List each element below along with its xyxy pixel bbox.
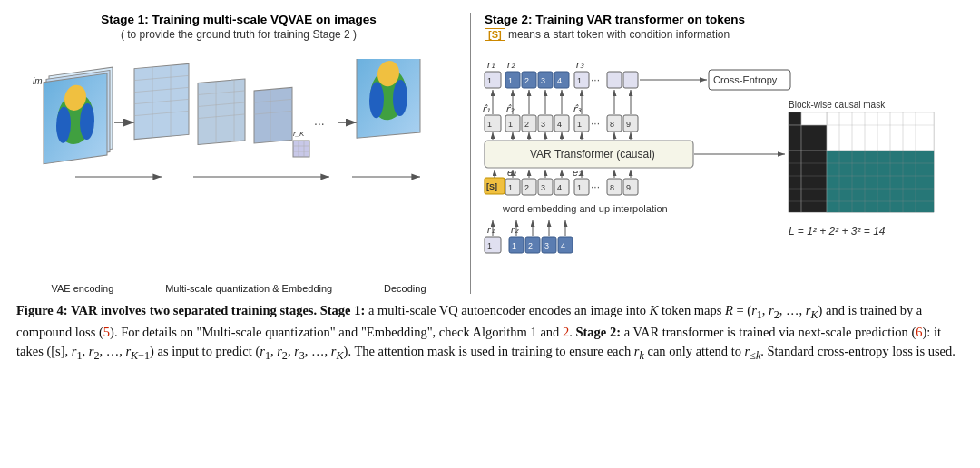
stage2-title: Stage 2: Training VAR transformer on tok… <box>485 13 980 26</box>
svg-text:···: ··· <box>314 116 325 131</box>
svg-text:e₁: e₁ <box>507 167 516 178</box>
svg-text:4: 4 <box>557 120 562 129</box>
svg-text:8: 8 <box>610 183 614 192</box>
svg-text:3: 3 <box>541 76 545 85</box>
svg-text:e₂: e₂ <box>573 167 583 178</box>
svg-text:3: 3 <box>541 183 545 192</box>
svg-rect-164 <box>827 151 934 212</box>
svg-rect-158 <box>801 125 827 151</box>
svg-text:3: 3 <box>544 241 549 250</box>
svg-rect-65 <box>607 72 622 88</box>
svg-text:im: im <box>33 76 43 86</box>
svg-text:4: 4 <box>557 76 562 85</box>
svg-text:r₁: r₁ <box>487 224 495 235</box>
svg-text:8: 8 <box>610 120 614 129</box>
svg-rect-157 <box>789 125 801 151</box>
svg-text:1: 1 <box>577 120 582 129</box>
label-quantize: Multi-scale quantization & Embedding <box>165 283 332 294</box>
svg-text:···: ··· <box>591 73 600 86</box>
svg-text:r₂: r₂ <box>507 59 515 70</box>
svg-rect-25 <box>254 87 292 143</box>
caption-prefix: Figure 4: <box>16 303 71 317</box>
stage-left: Stage 1: Training multi-scale VQVAE on i… <box>16 13 471 294</box>
stage2-subtitle-text: means a start token with condition infor… <box>508 28 730 41</box>
svg-rect-156 <box>789 112 801 125</box>
svg-text:r̂₁: r̂₁ <box>482 103 490 114</box>
svg-text:r_K: r_K <box>293 130 305 138</box>
svg-text:L = 1² + 2² + 3² = 14: L = 1² + 2² + 3² = 14 <box>789 225 886 238</box>
svg-text:1: 1 <box>487 241 492 250</box>
svg-rect-66 <box>623 72 638 88</box>
svg-text:1: 1 <box>577 76 582 85</box>
svg-text:2: 2 <box>524 183 529 192</box>
figure-caption: Figure 4: VAR involves two separated tra… <box>16 301 964 365</box>
svg-text:1: 1 <box>487 120 492 129</box>
svg-text:[S]: [S] <box>486 182 497 191</box>
stage2-svg: r₁ 1 r₂ 1 2 3 4 r₃ 1 <box>480 44 979 269</box>
stage1-diagram: im <box>16 44 461 281</box>
svg-text:3: 3 <box>541 120 545 129</box>
stage1-labels: VAE encoding Multi-scale quantization & … <box>16 283 461 294</box>
svg-text:1: 1 <box>508 120 513 129</box>
diagram-row: Stage 1: Training multi-scale VQVAE on i… <box>16 13 964 294</box>
stage1-title: Stage 1: Training multi-scale VQVAE on i… <box>101 13 377 26</box>
svg-rect-163 <box>801 112 827 125</box>
svg-rect-159 <box>789 151 801 212</box>
label-decode: Decoding <box>384 283 426 294</box>
svg-text:9: 9 <box>626 120 631 129</box>
svg-text:1: 1 <box>577 183 582 192</box>
caption-bold: VAR involves two separated training stag… <box>71 303 317 317</box>
svg-text:Cross-Entropy: Cross-Entropy <box>713 74 778 85</box>
main-container: Stage 1: Training multi-scale VQVAE on i… <box>0 0 980 468</box>
svg-text:1: 1 <box>508 76 513 85</box>
svg-text:r₃: r₃ <box>576 59 584 70</box>
svg-text:Block-wise causal mask: Block-wise causal mask <box>789 100 886 110</box>
label-vae: VAE encoding <box>51 283 113 294</box>
svg-text:1: 1 <box>512 241 516 250</box>
svg-text:r₁: r₁ <box>487 59 495 70</box>
stage2-title-text: Stage 2: Training VAR transformer on tok… <box>485 13 745 26</box>
caption-stage2-label: Stage 2: <box>575 325 621 339</box>
svg-rect-160 <box>801 151 827 212</box>
svg-text:r₂: r₂ <box>511 224 519 235</box>
svg-text:4: 4 <box>557 183 562 192</box>
svg-rect-162 <box>827 112 934 151</box>
svg-rect-30 <box>293 141 309 157</box>
stage2-subtitle: [S] means a start token with condition i… <box>485 28 980 41</box>
svg-text:2: 2 <box>528 241 533 250</box>
stage1-svg: im <box>16 59 461 268</box>
svg-text:···: ··· <box>591 117 600 130</box>
svg-text:4: 4 <box>561 241 565 250</box>
svg-text:1: 1 <box>508 183 513 192</box>
stage-right: Stage 2: Training VAR transformer on tok… <box>471 13 979 294</box>
svg-text:2: 2 <box>524 120 529 129</box>
svg-text:9: 9 <box>626 183 631 192</box>
svg-text:···: ··· <box>591 180 600 193</box>
svg-text:VAR Transformer (causal): VAR Transformer (causal) <box>530 148 655 161</box>
caption-stage1-label: Stage 1: <box>320 303 366 317</box>
svg-text:r̂₃: r̂₃ <box>573 103 582 114</box>
svg-text:1: 1 <box>487 76 492 85</box>
svg-text:2: 2 <box>524 76 529 85</box>
svg-text:word embedding and up-interpol: word embedding and up-interpolation <box>502 203 668 214</box>
stage2-diagram: r₁ 1 r₂ 1 2 3 4 r₃ 1 <box>480 44 979 294</box>
svg-rect-18 <box>198 78 245 144</box>
stage1-subtitle: ( to provide the ground truth for traini… <box>121 28 357 41</box>
